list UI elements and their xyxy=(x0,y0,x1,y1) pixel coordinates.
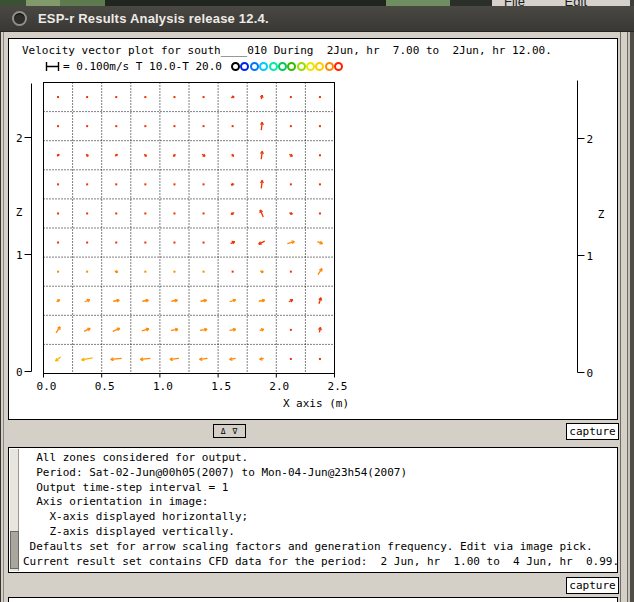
capture-button-graphics[interactable]: capture xyxy=(566,423,619,440)
svg-text:1: 1 xyxy=(587,250,594,263)
svg-text:2: 2 xyxy=(587,133,594,146)
screen: File Edit ESP-r Results Analysis release… xyxy=(0,0,634,602)
page-updown-button[interactable]: Δ ∇ xyxy=(213,424,246,438)
svg-text:Z: Z xyxy=(598,208,605,221)
window-frame-right xyxy=(618,32,634,602)
window-menu-button[interactable] xyxy=(12,11,27,26)
svg-text:0: 0 xyxy=(587,367,594,380)
svg-text:1.5: 1.5 xyxy=(211,380,231,393)
window-frame-left xyxy=(0,32,8,602)
graphics-panel[interactable]: Velocity vector plot for south____010 Du… xyxy=(8,38,618,420)
svg-text:Z: Z xyxy=(16,206,23,219)
window-titlebar[interactable]: ESP-r Results Analysis release 12.4. xyxy=(0,6,634,32)
svg-text:X axis (m): X axis (m) xyxy=(283,397,349,410)
console-scrollbar[interactable] xyxy=(10,449,19,571)
next-panel-edge xyxy=(8,597,618,602)
console-panel: All zones considered for output. Period:… xyxy=(8,447,618,573)
svg-text:2: 2 xyxy=(16,132,23,145)
svg-text:1: 1 xyxy=(16,249,23,262)
console-text: All zones considered for output. Period:… xyxy=(23,451,619,569)
capture-button-console[interactable]: capture xyxy=(566,577,619,594)
svg-text:0.5: 0.5 xyxy=(95,380,115,393)
svg-text:2.5: 2.5 xyxy=(328,380,348,393)
svg-text:0: 0 xyxy=(16,366,23,379)
window-title: ESP-r Results Analysis release 12.4. xyxy=(38,11,269,26)
svg-text:1.0: 1.0 xyxy=(153,380,173,393)
vector-plot[interactable]: 0.00.51.01.52.02.5X axis (m)012Z012Z xyxy=(9,39,617,419)
svg-text:2.0: 2.0 xyxy=(269,380,289,393)
svg-text:0.0: 0.0 xyxy=(37,380,57,393)
console-scrollbar-thumb[interactable] xyxy=(10,531,19,569)
